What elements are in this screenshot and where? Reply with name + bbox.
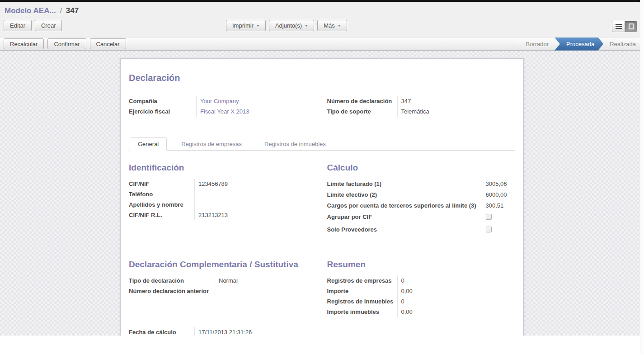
field-value: Normal bbox=[215, 275, 317, 286]
field-label: Teléfono bbox=[129, 189, 194, 199]
field-value: 300,51 bbox=[482, 200, 516, 211]
caret-down-icon bbox=[338, 25, 341, 27]
attachments-button-label: Adjunto(s) bbox=[275, 22, 302, 29]
solo-proveedores-checkbox[interactable] bbox=[486, 227, 492, 232]
field-value: 123456789 bbox=[194, 179, 317, 189]
section-complementaria: Declaración Complementaria / Sustitutiva… bbox=[129, 260, 317, 317]
field-label: Apellidos y nombre bbox=[129, 199, 194, 210]
field-numero-declaracion-anterior: Número declaración anterior bbox=[129, 286, 317, 296]
field-value: 213213213 bbox=[194, 210, 317, 220]
caret-down-icon bbox=[257, 25, 259, 27]
field-value: 347 bbox=[397, 96, 516, 106]
field-value: 0 bbox=[397, 275, 516, 286]
field-agrupar-por-cif: Agrupar por CIF bbox=[327, 211, 516, 224]
more-button[interactable]: Más bbox=[317, 20, 347, 31]
field-telefono: Teléfono bbox=[129, 189, 317, 199]
section-title: Identificación bbox=[129, 163, 317, 173]
form-view-button[interactable] bbox=[625, 21, 637, 32]
field-label: Ejercicio fiscal bbox=[129, 106, 196, 117]
status-procesada: Procesada bbox=[555, 38, 603, 51]
field-label: Límite efectivo (2) bbox=[327, 189, 482, 200]
field-registros-inmuebles: Registros de inmuebles 0 bbox=[327, 296, 516, 307]
agrupar-por-cif-checkbox[interactable] bbox=[486, 214, 492, 220]
list-view-icon bbox=[616, 24, 622, 29]
field-value: 3005,06 bbox=[482, 179, 516, 189]
field-label: Compañía bbox=[129, 96, 196, 106]
cancel-button[interactable]: Cancelar bbox=[90, 38, 126, 49]
tab-registros-inmuebles[interactable]: Registros de inmuebles bbox=[256, 137, 334, 151]
field-tipo-declaracion: Tipo de declaración Normal bbox=[129, 275, 317, 286]
breadcrumb-parent-link[interactable]: Modelo AEA... bbox=[5, 6, 56, 15]
field-value: 17/11/2013 21:31:26 bbox=[194, 327, 515, 336]
section-calculo: Cálculo Límite facturado (1) 3005,06 Lím… bbox=[327, 163, 516, 237]
page-title: Declaración bbox=[129, 73, 515, 83]
tab-content-general: Identificación CIF/NIF 123456789 Teléfon… bbox=[129, 151, 515, 336]
field-label: Registros de empresas bbox=[327, 275, 397, 286]
field-tipo-soporte: Tipo de soporte Telemática bbox=[327, 106, 516, 117]
notebook-tabs: General Registros de empresas Registros … bbox=[129, 137, 515, 151]
field-cargos-terceros: Cargos por cuenta de terceros superiores… bbox=[327, 200, 516, 211]
create-button[interactable]: Crear bbox=[35, 20, 62, 31]
vertical-scrollbar[interactable] bbox=[640, 0, 644, 355]
tab-registros-empresas[interactable]: Registros de empresas bbox=[173, 137, 250, 151]
view-switcher bbox=[612, 21, 637, 32]
workflow-toolbar: Recalcular Confirmar Cancelar Borrador P… bbox=[0, 37, 644, 51]
field-label: Límite facturado (1) bbox=[327, 179, 482, 189]
header-fields-left: Compañía Your Company Ejercicio fiscal F… bbox=[129, 96, 317, 117]
field-value bbox=[194, 189, 317, 199]
caret-down-icon bbox=[305, 25, 308, 27]
field-numero-declaracion: Número de declaración 347 bbox=[327, 96, 516, 106]
list-view-button[interactable] bbox=[612, 21, 625, 32]
fiscal-year-link[interactable]: Fiscal Year X 2013 bbox=[196, 106, 317, 117]
field-label: CIF/NIF R.L. bbox=[129, 210, 194, 220]
field-label: CIF/NIF bbox=[129, 179, 194, 189]
breadcrumb-separator: / bbox=[58, 6, 64, 15]
section-title: Declaración Complementaria / Sustitutiva bbox=[129, 260, 317, 270]
tab-general[interactable]: General bbox=[130, 137, 167, 151]
field-label: Importe inmuebles bbox=[327, 307, 397, 317]
field-value bbox=[482, 211, 516, 224]
form-background: Declaración Compañía Your Company Ejerci… bbox=[0, 51, 644, 336]
attachments-button[interactable]: Adjunto(s) bbox=[269, 20, 314, 31]
field-solo-proveedores: Solo Proveedores bbox=[327, 224, 516, 237]
section-identificacion: Identificación CIF/NIF 123456789 Teléfon… bbox=[129, 163, 317, 237]
field-fecha-calculo: Fecha de cálculo 17/11/2013 21:31:26 bbox=[129, 327, 515, 336]
field-label: Cargos por cuenta de terceros superiores… bbox=[327, 200, 482, 211]
field-label: Importe bbox=[327, 286, 397, 296]
field-limite-facturado: Límite facturado (1) 3005,06 bbox=[327, 179, 516, 189]
field-label: Solo Proveedores bbox=[327, 224, 482, 237]
field-label: Agrupar por CIF bbox=[327, 211, 482, 224]
field-cif-nif-rl: CIF/NIF R.L. 213213213 bbox=[129, 210, 317, 220]
field-label: Registros de inmuebles bbox=[327, 296, 397, 307]
header-fields-right: Número de declaración 347 Tipo de soport… bbox=[327, 96, 516, 117]
field-label: Tipo de soporte bbox=[327, 106, 397, 117]
print-button[interactable]: Imprimir bbox=[226, 20, 266, 31]
section-title: Cálculo bbox=[327, 163, 516, 173]
field-label: Número de declaración bbox=[327, 96, 397, 106]
confirm-button[interactable]: Confirmar bbox=[47, 38, 86, 49]
field-importe: Importe 0,00 bbox=[327, 286, 516, 296]
field-value bbox=[194, 199, 317, 210]
field-value bbox=[482, 224, 516, 237]
recalculate-button[interactable]: Recalcular bbox=[4, 38, 44, 49]
field-value: 0,00 bbox=[397, 286, 516, 296]
field-value: Telemática bbox=[397, 106, 516, 117]
field-value bbox=[215, 286, 317, 296]
field-value: 0,00 bbox=[397, 307, 516, 317]
field-importe-inmuebles: Importe inmuebles 0,00 bbox=[327, 307, 516, 317]
breadcrumb: Modelo AEA... / 347 bbox=[0, 2, 644, 20]
status-borrador: Borrador bbox=[519, 38, 555, 51]
breadcrumb-current: 347 bbox=[66, 6, 79, 15]
statusbar: Borrador Procesada Realizada bbox=[519, 38, 644, 51]
form-view-icon bbox=[629, 24, 634, 29]
print-button-label: Imprimir bbox=[232, 22, 254, 29]
page-header: Modelo AEA... / 347 Editar Crear Imprimi… bbox=[0, 2, 644, 37]
field-registros-empresas: Registros de empresas 0 bbox=[327, 275, 516, 286]
field-ejercicio-fiscal: Ejercicio fiscal Fiscal Year X 2013 bbox=[129, 106, 317, 117]
field-compania: Compañía Your Company bbox=[129, 96, 317, 106]
section-title: Resumen bbox=[327, 260, 516, 270]
company-link[interactable]: Your Company bbox=[196, 96, 317, 106]
field-label: Fecha de cálculo bbox=[129, 327, 194, 336]
field-limite-efectivo: Límite efectivo (2) 6000,00 bbox=[327, 189, 516, 200]
edit-button[interactable]: Editar bbox=[4, 20, 32, 31]
